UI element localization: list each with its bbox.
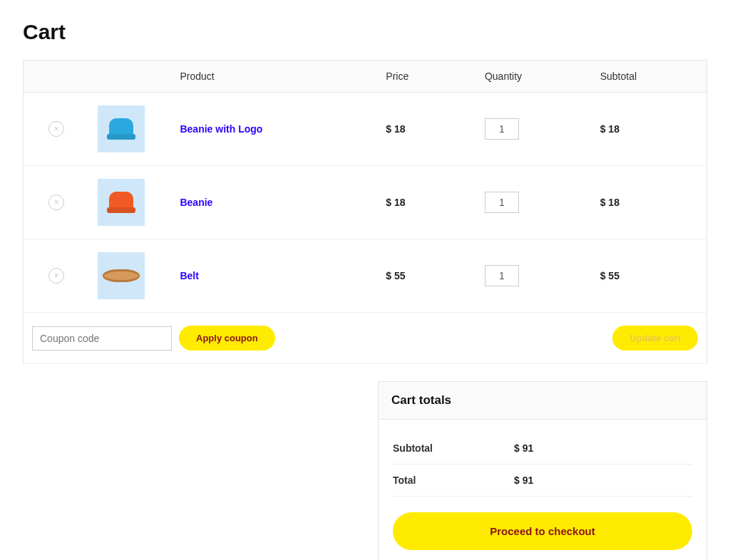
product-thumbnail[interactable] bbox=[98, 252, 145, 299]
subtotal-row: Subtotal $ 91 bbox=[393, 432, 692, 465]
quantity-input[interactable] bbox=[485, 192, 519, 213]
subtotal-label: Subtotal bbox=[393, 442, 514, 454]
subtotal-cell: $ 18 bbox=[592, 93, 707, 166]
cart-totals-heading: Cart totals bbox=[379, 382, 706, 420]
belt-icon bbox=[103, 269, 140, 282]
price-cell: $ 18 bbox=[377, 166, 476, 239]
subtotal-cell: $ 55 bbox=[592, 239, 707, 313]
quantity-input[interactable] bbox=[485, 118, 519, 140]
total-value: $ 91 bbox=[514, 475, 533, 486]
product-link[interactable]: Belt bbox=[180, 270, 198, 281]
product-link[interactable]: Beanie bbox=[180, 197, 212, 208]
product-thumbnail[interactable] bbox=[98, 179, 145, 226]
price-cell: $ 55 bbox=[377, 239, 476, 313]
col-thumb-header bbox=[89, 61, 172, 93]
subtotal-cell: $ 18 bbox=[592, 166, 707, 239]
remove-item-button[interactable]: × bbox=[48, 195, 64, 210]
cart-table: Product Price Quantity Subtotal × Beanie… bbox=[23, 60, 707, 364]
beanie-icon bbox=[109, 118, 133, 140]
total-label: Total bbox=[393, 475, 514, 486]
price-cell: $ 18 bbox=[377, 93, 476, 166]
col-subtotal-header: Subtotal bbox=[592, 61, 707, 93]
update-cart-button[interactable]: Update cart bbox=[612, 326, 698, 351]
proceed-to-checkout-button[interactable]: Proceed to checkout bbox=[393, 512, 692, 550]
quantity-input[interactable] bbox=[485, 265, 519, 286]
apply-coupon-button[interactable]: Apply coupon bbox=[179, 326, 275, 351]
product-link[interactable]: Beanie with Logo bbox=[180, 123, 262, 135]
page-title: Cart bbox=[23, 20, 707, 44]
col-remove-header bbox=[24, 61, 89, 93]
beanie-icon bbox=[109, 192, 133, 213]
product-thumbnail[interactable] bbox=[98, 105, 145, 152]
remove-item-button[interactable]: × bbox=[48, 121, 64, 137]
subtotal-value: $ 91 bbox=[514, 442, 533, 454]
table-row: × Beanie $ 18 $ 18 bbox=[24, 166, 707, 239]
actions-row: Apply coupon Update cart bbox=[24, 313, 707, 364]
table-row: × Belt $ 55 $ 55 bbox=[24, 239, 707, 313]
col-price-header: Price bbox=[377, 61, 476, 93]
coupon-input[interactable] bbox=[32, 326, 172, 351]
table-row: × Beanie with Logo $ 18 $ 18 bbox=[24, 93, 707, 166]
remove-item-button[interactable]: × bbox=[48, 268, 64, 284]
col-quantity-header: Quantity bbox=[476, 61, 592, 93]
total-row: Total $ 91 bbox=[393, 465, 692, 497]
col-product-header: Product bbox=[171, 61, 377, 93]
cart-totals-card: Cart totals Subtotal $ 91 Total $ 91 Pro… bbox=[378, 381, 707, 560]
